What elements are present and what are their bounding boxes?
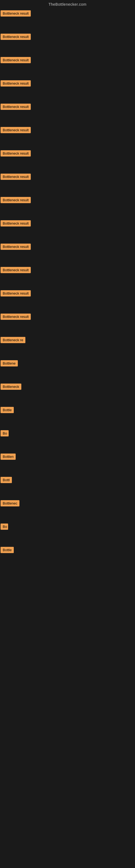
bottleneck-result-badge[interactable]: Bottle: [1, 407, 14, 413]
bottleneck-result-badge[interactable]: Bottleneck result: [1, 10, 31, 17]
bottleneck-result-badge[interactable]: Bottleneck result: [1, 197, 31, 203]
bottleneck-result-badge[interactable]: Bo: [1, 524, 8, 530]
bottleneck-result-badge[interactable]: Bottleneck result: [1, 57, 31, 63]
bottleneck-result-badge[interactable]: Bottlen: [1, 454, 16, 460]
list-item: Bottleneck result: [0, 311, 135, 334]
list-item: Bottleneck result: [0, 78, 135, 101]
bottleneck-result-badge[interactable]: Bottlene: [1, 360, 18, 367]
list-item: Bottleneck result: [0, 241, 135, 264]
list-item: Bottleneck result: [0, 264, 135, 287]
list-item: Bottleneck result: [0, 31, 135, 54]
list-item: Bottl: [0, 474, 135, 497]
list-item: Bo: [0, 521, 135, 544]
list-item: Bottleneck result: [0, 148, 135, 171]
bottleneck-result-badge[interactable]: Bottleneck result: [1, 220, 31, 226]
bottleneck-result-badge[interactable]: Bottleneck result: [1, 127, 31, 133]
list-item: Bottleneck result: [0, 194, 135, 218]
bottleneck-result-badge[interactable]: Bottleneck result: [1, 34, 31, 40]
bottleneck-result-badge[interactable]: Bo: [1, 430, 9, 436]
bottleneck-result-badge[interactable]: Bottle: [1, 547, 14, 553]
bottleneck-result-badge[interactable]: Bottleneck result: [1, 80, 31, 87]
list-item: Bottlen: [0, 451, 135, 474]
list-item: Bottlene: [0, 358, 135, 381]
bottleneck-result-badge[interactable]: Bottleneck result: [1, 104, 31, 110]
site-title: TheBottlenecker.com: [0, 0, 135, 8]
bottleneck-result-badge[interactable]: Bottleneck: [1, 383, 21, 390]
bottleneck-result-badge[interactable]: Bottleneck result: [1, 314, 31, 320]
list-item: Bottleneck result: [0, 287, 135, 311]
list-item: Bottlenec: [0, 497, 135, 521]
list-item: Bottleneck result: [0, 124, 135, 148]
list-item: Bottleneck: [0, 381, 135, 404]
list-item: Bottleneck result: [0, 171, 135, 194]
list-item: Bottle: [0, 404, 135, 428]
list-item: Bottleneck result: [0, 101, 135, 124]
bottleneck-result-badge[interactable]: Bottleneck result: [1, 150, 31, 156]
bottleneck-result-badge[interactable]: Bottleneck result: [1, 290, 31, 297]
bottleneck-result-badge[interactable]: Bottlenec: [1, 500, 19, 506]
bottleneck-result-badge[interactable]: Bottleneck result: [1, 267, 31, 273]
list-item: Bo: [0, 428, 135, 451]
list-item: Bottleneck result: [0, 218, 135, 241]
bottleneck-result-badge[interactable]: Bottleneck re: [1, 337, 26, 343]
bottleneck-result-badge[interactable]: Bottleneck result: [1, 244, 31, 250]
list-item: Bottleneck result: [0, 54, 135, 78]
bottleneck-result-badge[interactable]: Bottleneck result: [1, 174, 31, 180]
bottleneck-result-badge[interactable]: Bottl: [1, 477, 12, 483]
list-item: Bottle: [0, 544, 135, 567]
list-item: Bottleneck re: [0, 334, 135, 358]
list-item: Bottleneck result: [0, 8, 135, 31]
